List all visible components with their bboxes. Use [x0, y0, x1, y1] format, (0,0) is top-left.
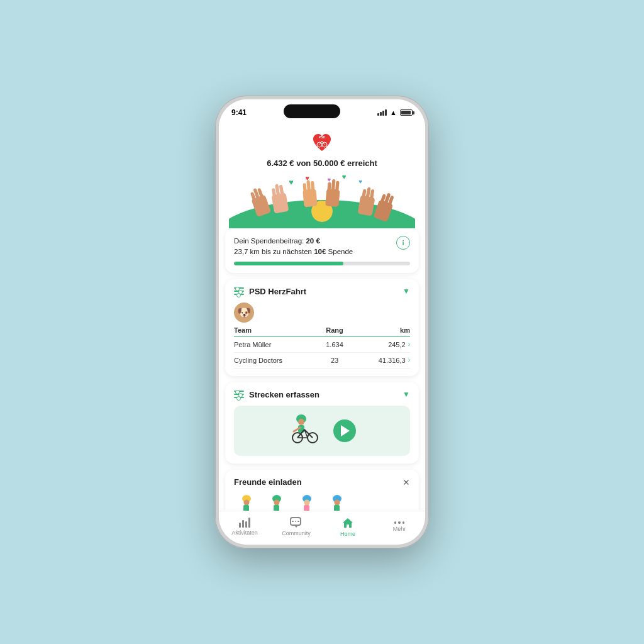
- psd-title: PSD HerzFahrt: [249, 287, 306, 296]
- home-icon: [341, 516, 354, 529]
- nav-home-label: Home: [340, 531, 355, 537]
- row2-arrow: ›: [408, 357, 410, 364]
- dynamic-island: [284, 104, 340, 118]
- next-donation-amount: 10€: [314, 248, 326, 255]
- cyclist4-svg: [325, 494, 350, 511]
- svg-text:♥: ♥: [342, 172, 347, 180]
- svg-rect-47: [243, 505, 249, 511]
- row2-km: 41.316,3 ›: [360, 357, 410, 364]
- play-triangle: [341, 425, 350, 436]
- freunde-section: Freunde einladen ✕: [225, 470, 419, 511]
- chat-dots: [291, 518, 300, 525]
- svg-rect-68: [334, 505, 340, 511]
- cyclist-svg: [289, 414, 323, 445]
- cyclists-row: [234, 494, 410, 511]
- pug-avatar: 🐶: [234, 303, 254, 323]
- svg-point-36: [298, 419, 304, 425]
- col-km-header: km: [360, 326, 410, 334]
- logo-svg: PSD: [309, 130, 335, 155]
- svg-text:PSD: PSD: [319, 135, 326, 139]
- donation-card: Dein Spendenbeitrag: 20 € 23,7 km bis zu…: [225, 228, 419, 273]
- hero-section: PSD 6.432 € von 50.000 € erreicht: [219, 123, 425, 228]
- main-content: PSD 6.432 € von 50.000 € erreicht: [219, 123, 425, 511]
- cyclist2-svg: [264, 494, 289, 511]
- cyclist-4: [325, 494, 350, 511]
- row2-team: Cycling Doctors: [234, 357, 309, 364]
- progress-bar: [234, 262, 410, 265]
- status-icons: ▲: [377, 109, 413, 116]
- status-bar: 9:41 ▲: [219, 99, 425, 123]
- nav-aktivitaeten[interactable]: Aktivitäten: [219, 518, 270, 536]
- strecken-header: Strecken erfassen ▼: [234, 390, 410, 399]
- battery-icon: [400, 109, 413, 116]
- team-table: 🐶 Team Rang km Petra Müller 1.634 245,2 …: [234, 303, 410, 369]
- svg-text:♥: ♥: [327, 176, 331, 183]
- svg-point-53: [274, 499, 280, 505]
- svg-rect-54: [274, 505, 279, 511]
- hero-svg: ♥ ♥ ♥ ♥ ♥: [229, 172, 415, 228]
- progress-fill: [234, 262, 343, 265]
- chat-bubble-icon: [290, 517, 301, 526]
- info-button[interactable]: i: [396, 236, 410, 250]
- svg-rect-61: [304, 505, 309, 511]
- nav-aktivitaeten-label: Aktivitäten: [231, 530, 258, 536]
- nav-home[interactable]: Home: [322, 516, 374, 537]
- chat-icon-container: [290, 517, 303, 528]
- psd-header: PSD HerzFahrt ▼: [234, 287, 410, 296]
- psd-section: PSD HerzFahrt ▼ 🐶 Team Rang km Petra Mül…: [225, 279, 419, 376]
- cyclist-illustration: [289, 414, 323, 448]
- col-team-header: Team: [234, 326, 309, 334]
- strecken-title-row: Strecken erfassen: [234, 390, 319, 399]
- nav-mehr[interactable]: Mehr: [374, 521, 425, 532]
- play-button[interactable]: [333, 419, 356, 442]
- freunde-header: Freunde einladen ✕: [234, 477, 410, 487]
- app-logo: PSD: [229, 130, 415, 155]
- bottom-nav: Aktivitäten Community: [219, 511, 425, 545]
- row2-rang: 23: [309, 357, 360, 364]
- team-avatar: 🐶: [234, 303, 410, 323]
- cyclist-1: [234, 494, 259, 511]
- strecken-title: Strecken erfassen: [249, 390, 319, 399]
- table-row[interactable]: Cycling Doctors 23 41.316,3 ›: [234, 353, 410, 369]
- svg-text:♥: ♥: [358, 178, 362, 185]
- strecken-filter-icon: [234, 390, 244, 399]
- nav-mehr-label: Mehr: [393, 526, 406, 532]
- strecken-preview: [234, 406, 410, 456]
- freunde-close[interactable]: ✕: [402, 477, 410, 487]
- bar-chart-icon: [239, 518, 250, 528]
- hero-amount: 6.432 € von 50.000 € erreicht: [229, 158, 415, 168]
- donation-text: Dein Spendenbeitrag: 20 € 23,7 km bis zu…: [234, 236, 353, 258]
- hero-illustration: ♥ ♥ ♥ ♥ ♥: [229, 172, 415, 228]
- cyclist-2: [264, 494, 289, 511]
- row1-rang: 1.634: [309, 341, 360, 348]
- strecken-chevron[interactable]: ▼: [402, 390, 410, 399]
- strecken-section: Strecken erfassen ▼: [225, 382, 419, 464]
- more-icon: [394, 521, 405, 524]
- wifi-icon: ▲: [390, 109, 397, 116]
- cyclist-3: [294, 494, 319, 511]
- row1-km: 245,2 ›: [360, 341, 410, 348]
- table-header: Team Rang km: [234, 326, 410, 337]
- svg-point-46: [244, 499, 250, 505]
- cyclist1-svg: [234, 494, 259, 511]
- donation-amount: 20 €: [306, 237, 319, 245]
- status-time: 9:41: [231, 108, 247, 117]
- col-rang-header: Rang: [309, 326, 360, 334]
- donation-info-row: Dein Spendenbeitrag: 20 € 23,7 km bis zu…: [234, 236, 410, 258]
- phone-screen: 9:41 ▲: [219, 99, 425, 545]
- nav-community[interactable]: Community: [270, 517, 322, 536]
- nav-community-label: Community: [282, 530, 311, 536]
- freunde-title: Freunde einladen: [234, 477, 302, 487]
- phone-frame: 9:41 ▲: [215, 96, 429, 548]
- table-row[interactable]: Petra Müller 1.634 245,2 ›: [234, 337, 410, 353]
- svg-point-67: [335, 499, 340, 505]
- psd-title-row: PSD HerzFahrt: [234, 287, 306, 296]
- filter-icon: [234, 287, 244, 296]
- signal-icon: [377, 109, 387, 116]
- cyclist3-svg: [294, 494, 319, 511]
- row1-arrow: ›: [408, 341, 410, 348]
- psd-chevron[interactable]: ▼: [402, 287, 410, 296]
- svg-point-60: [304, 499, 310, 505]
- svg-text:♥: ♥: [289, 178, 294, 187]
- row1-team: Petra Müller: [234, 341, 309, 348]
